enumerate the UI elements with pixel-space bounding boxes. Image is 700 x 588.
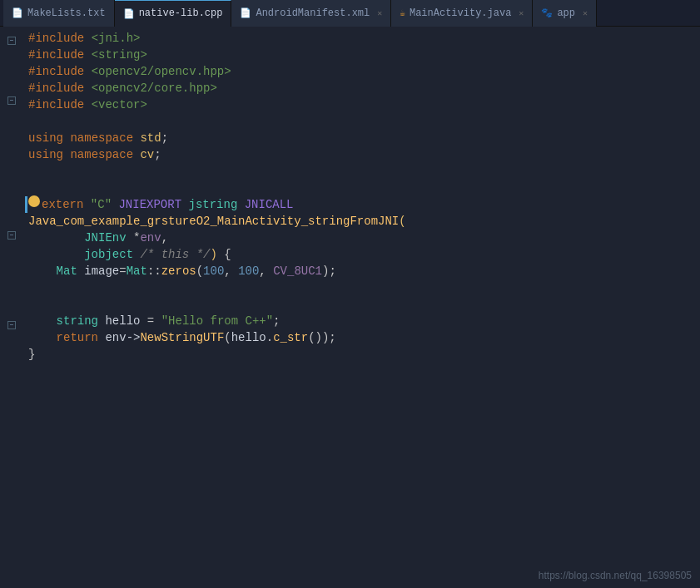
extern-bullet <box>28 195 40 207</box>
code-line-7: using namespace std; <box>28 130 700 146</box>
tab-nativelib-label: native-lib.cpp <box>139 7 223 19</box>
fold-icon-5[interactable]: – <box>7 93 18 108</box>
include-path-1: <jni.h> <box>92 30 141 47</box>
tab-makelists-icon: 📄 <box>12 7 23 18</box>
code-line-1: #include <jni.h> <box>28 30 700 47</box>
fold-icon-15 <box>7 243 18 258</box>
code-line-9 <box>28 163 700 180</box>
tab-androidmanifest[interactable]: 📄 AndroidManifest.xml ✕ <box>231 0 391 27</box>
tab-androidmanifest-label: AndroidManifest.xml <box>256 7 370 19</box>
fold-icon-20[interactable]: – <box>7 318 18 333</box>
fold-icon-3 <box>7 63 18 78</box>
tab-makelists[interactable]: 📄 MakeLists.txt <box>3 0 115 27</box>
watermark: https://blog.csdn.net/qq_16398505 <box>539 570 692 581</box>
tab-app-close[interactable]: ✕ <box>583 8 588 18</box>
active-line-indicator <box>25 196 27 213</box>
tab-androidmanifest-close[interactable]: ✕ <box>377 8 382 18</box>
code-line-14: jobject /* this */) { <box>28 246 700 263</box>
fold-icon-18 <box>7 288 18 303</box>
code-line-10 <box>28 180 700 196</box>
tab-bar: 📄 MakeLists.txt 📄 native-lib.cpp 📄 Andro… <box>0 0 700 27</box>
code-line-4: #include <opencv2/core.hpp> <box>28 80 700 96</box>
fold-icon-12 <box>7 198 18 213</box>
fold-icon-10 <box>7 168 18 183</box>
tab-nativelib[interactable]: 📄 native-lib.cpp <box>115 0 232 27</box>
tab-makelists-label: MakeLists.txt <box>27 7 106 19</box>
code-line-2: #include <string> <box>28 47 700 63</box>
fold-icon-8 <box>7 138 18 153</box>
fold-icon-13 <box>7 213 18 228</box>
fold-icon-9 <box>7 153 18 168</box>
keyword-include: #include <box>28 30 84 47</box>
code-line-5: #include <vector> <box>28 96 700 113</box>
code-line-13: JNIEnv *env, <box>28 230 700 246</box>
tab-app-label: app <box>557 7 575 19</box>
code-line-15: Mat image=Mat::zeros(100, 100, CV_8UC1); <box>28 263 700 279</box>
tab-mainactivity-close[interactable]: ✕ <box>519 8 524 18</box>
code-line-18: string hello = "Hello from C++"; <box>28 313 700 329</box>
fold-icon-11 <box>7 183 18 198</box>
tab-mainactivity-icon: ☕ <box>400 7 405 18</box>
fold-icon-1[interactable]: – <box>7 33 18 48</box>
code-line-3: #include <opencv2/opencv.hpp> <box>28 63 700 80</box>
tab-mainactivity-label: MainActivity.java <box>410 7 511 19</box>
fold-icon-14[interactable]: – <box>7 228 18 243</box>
fold-icon-19 <box>7 303 18 318</box>
tab-app[interactable]: 🐾 app ✕ <box>533 0 597 27</box>
tab-nativelib-icon: 📄 <box>123 8 135 19</box>
gutter: – – – <box>0 27 25 588</box>
code-line-16 <box>28 279 700 296</box>
fold-icon-16 <box>7 258 18 273</box>
code-line-12: Java_com_example_grstureO2_MainActivity_… <box>28 213 700 230</box>
code-line-17 <box>28 296 700 313</box>
fold-icon-17 <box>7 273 18 288</box>
code-line-20: } <box>28 346 700 363</box>
code-line-11: extern "C" JNIEXPORT jstring JNICALL <box>28 196 700 213</box>
code-line-19: return env->NewStringUTF(hello.c_str()); <box>28 329 700 346</box>
code-line-8: using namespace cv; <box>28 146 700 163</box>
fold-icon-6 <box>7 108 18 123</box>
tab-mainactivity[interactable]: ☕ MainActivity.java ✕ <box>391 0 533 27</box>
fold-icon-4 <box>7 78 18 93</box>
editor: – – – <box>0 27 700 588</box>
code-area[interactable]: #include <jni.h> #include <string> #incl… <box>25 27 700 588</box>
tab-androidmanifest-icon: 📄 <box>240 7 251 18</box>
fold-icon-2 <box>7 48 18 63</box>
fold-icon-7 <box>7 123 18 138</box>
code-line-6 <box>28 113 700 130</box>
tab-app-icon: 🐾 <box>541 7 553 18</box>
